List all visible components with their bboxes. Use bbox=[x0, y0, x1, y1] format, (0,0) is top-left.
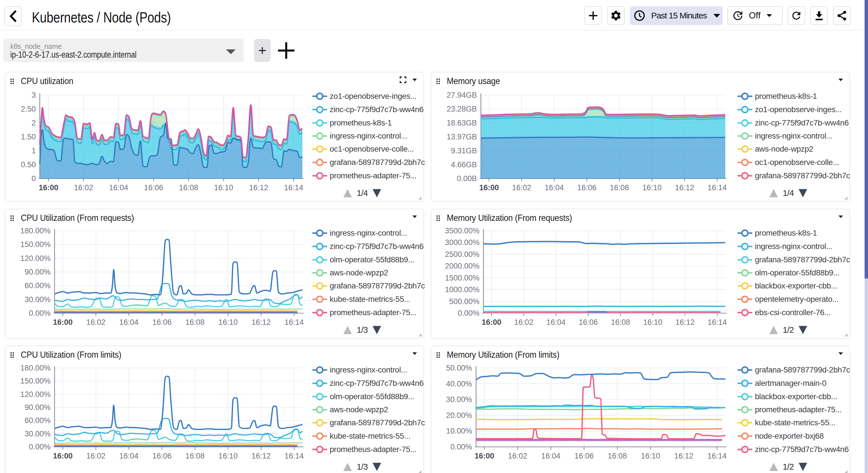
svg-text:0.00%: 0.00% bbox=[29, 443, 51, 451]
svg-text:0.00%: 0.00% bbox=[458, 309, 479, 317]
svg-text:16:14: 16:14 bbox=[284, 183, 303, 192]
svg-text:16:00: 16:00 bbox=[53, 318, 73, 327]
svg-text:30.00%: 30.00% bbox=[446, 395, 472, 404]
svg-text:16:06: 16:06 bbox=[575, 452, 594, 460]
svg-text:18.63GB: 18.63GB bbox=[446, 119, 477, 127]
svg-text:16:14: 16:14 bbox=[707, 452, 727, 460]
svg-text:2: 2 bbox=[32, 119, 36, 127]
svg-text:16:14: 16:14 bbox=[284, 452, 304, 460]
svg-text:23.28GB: 23.28GB bbox=[446, 105, 477, 113]
svg-text:60.00%: 60.00% bbox=[25, 281, 51, 290]
svg-text:40.00%: 40.00% bbox=[446, 380, 472, 388]
svg-text:16:12: 16:12 bbox=[675, 183, 694, 192]
svg-text:180.00%: 180.00% bbox=[20, 364, 51, 372]
svg-text:16:04: 16:04 bbox=[109, 183, 128, 192]
svg-text:2.50: 2.50 bbox=[21, 105, 36, 113]
svg-text:3000.00%: 3000.00% bbox=[445, 238, 479, 247]
svg-text:50.00%: 50.00% bbox=[446, 364, 472, 372]
svg-text:180.00%: 180.00% bbox=[20, 227, 51, 235]
svg-text:16:02: 16:02 bbox=[86, 452, 106, 460]
svg-text:30.00%: 30.00% bbox=[25, 430, 51, 438]
svg-text:4.66GB: 4.66GB bbox=[451, 160, 477, 169]
svg-text:16:10: 16:10 bbox=[219, 452, 238, 460]
svg-text:16:08: 16:08 bbox=[185, 318, 205, 327]
svg-text:27.94GB: 27.94GB bbox=[446, 91, 477, 99]
svg-text:16:06: 16:06 bbox=[577, 183, 596, 192]
svg-text:0.50: 0.50 bbox=[21, 160, 36, 169]
svg-text:16:02: 16:02 bbox=[74, 183, 93, 192]
svg-text:16:10: 16:10 bbox=[643, 318, 662, 327]
svg-text:0.00%: 0.00% bbox=[450, 443, 472, 451]
svg-text:16:04: 16:04 bbox=[119, 318, 139, 327]
svg-text:0.00%: 0.00% bbox=[29, 309, 51, 317]
svg-text:1: 1 bbox=[32, 146, 36, 155]
svg-text:16:08: 16:08 bbox=[610, 183, 629, 192]
svg-text:500.00%: 500.00% bbox=[449, 297, 479, 306]
svg-text:16:06: 16:06 bbox=[579, 318, 598, 327]
svg-text:16:08: 16:08 bbox=[185, 452, 205, 460]
svg-text:16:12: 16:12 bbox=[675, 318, 694, 327]
svg-text:16:04: 16:04 bbox=[547, 318, 566, 327]
svg-text:16:04: 16:04 bbox=[119, 452, 139, 460]
svg-text:16:00: 16:00 bbox=[479, 183, 499, 192]
svg-text:60.00%: 60.00% bbox=[25, 416, 51, 425]
svg-text:16:12: 16:12 bbox=[251, 318, 271, 327]
svg-text:16:04: 16:04 bbox=[545, 183, 564, 192]
svg-text:3500.00%: 3500.00% bbox=[445, 227, 479, 235]
svg-text:16:08: 16:08 bbox=[611, 318, 630, 327]
svg-text:30.00%: 30.00% bbox=[25, 295, 51, 304]
svg-text:2500.00%: 2500.00% bbox=[445, 250, 479, 259]
svg-text:16:02: 16:02 bbox=[512, 183, 531, 192]
svg-text:16:06: 16:06 bbox=[144, 183, 163, 192]
svg-text:16:14: 16:14 bbox=[708, 318, 727, 327]
svg-text:16:10: 16:10 bbox=[641, 452, 660, 460]
svg-text:1500.00%: 1500.00% bbox=[445, 274, 479, 282]
svg-text:16:12: 16:12 bbox=[674, 452, 693, 460]
svg-text:90.00%: 90.00% bbox=[25, 268, 51, 276]
svg-text:1.50: 1.50 bbox=[21, 133, 36, 141]
svg-text:0.00B: 0.00B bbox=[457, 174, 477, 183]
svg-text:9.31GB: 9.31GB bbox=[451, 146, 477, 155]
svg-text:16:12: 16:12 bbox=[251, 452, 271, 460]
svg-text:90.00%: 90.00% bbox=[25, 403, 51, 412]
svg-text:16:14: 16:14 bbox=[284, 318, 304, 327]
svg-text:0: 0 bbox=[32, 174, 36, 183]
svg-text:16:00: 16:00 bbox=[475, 452, 494, 460]
svg-text:16:06: 16:06 bbox=[152, 318, 172, 327]
svg-text:16:02: 16:02 bbox=[514, 318, 533, 327]
svg-text:16:10: 16:10 bbox=[642, 183, 662, 192]
svg-text:16:08: 16:08 bbox=[608, 452, 627, 460]
svg-text:16:10: 16:10 bbox=[219, 318, 238, 327]
svg-text:16:02: 16:02 bbox=[86, 318, 106, 327]
svg-text:16:12: 16:12 bbox=[249, 183, 268, 192]
svg-text:3: 3 bbox=[32, 91, 36, 99]
svg-text:150.00%: 150.00% bbox=[20, 377, 51, 385]
svg-text:2000.00%: 2000.00% bbox=[445, 262, 479, 270]
svg-text:16:02: 16:02 bbox=[508, 452, 527, 460]
svg-text:120.00%: 120.00% bbox=[20, 254, 51, 263]
svg-text:13.97GB: 13.97GB bbox=[446, 133, 477, 141]
svg-text:150.00%: 150.00% bbox=[20, 240, 51, 249]
svg-text:1000.00%: 1000.00% bbox=[445, 285, 479, 294]
svg-text:16:00: 16:00 bbox=[53, 452, 73, 460]
svg-text:120.00%: 120.00% bbox=[20, 390, 51, 399]
svg-text:10.00%: 10.00% bbox=[446, 427, 472, 435]
svg-text:20.00%: 20.00% bbox=[446, 411, 472, 419]
svg-text:16:00: 16:00 bbox=[482, 318, 501, 327]
svg-text:16:08: 16:08 bbox=[179, 183, 198, 192]
svg-text:16:14: 16:14 bbox=[708, 183, 727, 192]
svg-text:16:06: 16:06 bbox=[152, 452, 172, 460]
svg-text:16:10: 16:10 bbox=[214, 183, 234, 192]
svg-text:16:00: 16:00 bbox=[39, 183, 58, 192]
svg-text:16:04: 16:04 bbox=[541, 452, 560, 460]
